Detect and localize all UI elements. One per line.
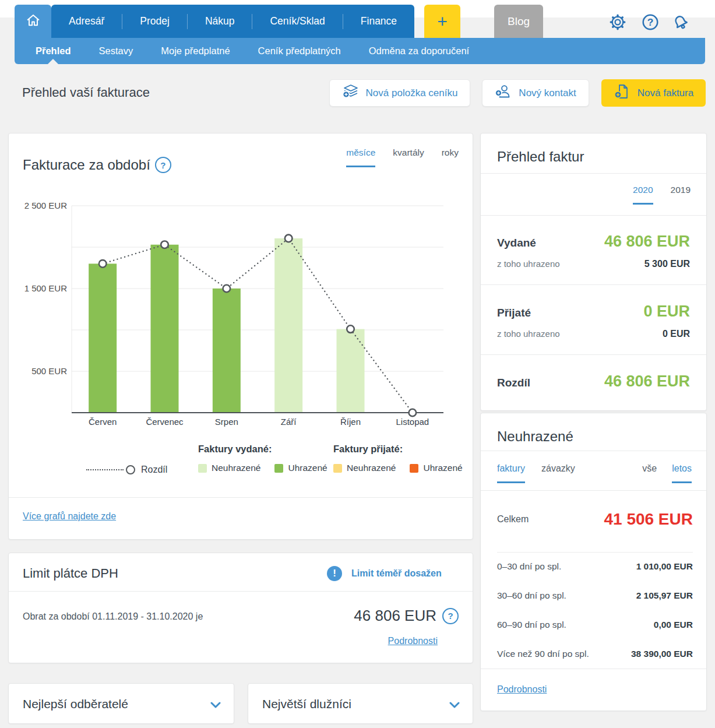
gear-icon[interactable] [608,13,627,31]
unpaid-total-value: 41 506 EUR [604,510,693,529]
unpaid-card-title: Neuhrazené [497,428,573,445]
help-icon[interactable]: ? [641,13,660,31]
svg-text:Červenec: Červenec [146,417,184,427]
line-marker-icon [126,465,135,474]
summary-row: Přijaté0 EUR [497,303,690,321]
new-invoice-label: Nová faktura [637,87,693,99]
chart-tab-m-s-ce[interactable]: měsíce [346,147,375,167]
unpaid-tab-faktury[interactable]: faktury [497,463,525,483]
chart-legend: Rozdíl Faktury vydané: Neuhrazené Uhraze… [9,442,474,495]
summary-value: 0 EUR [643,303,690,321]
active-tab-notch [48,59,58,64]
chevron-down-icon[interactable] [210,701,221,711]
unpaid-tab-z-vazky[interactable]: závazky [541,463,575,483]
chart-title: Fakturace za období ? [23,157,171,173]
nav-item-prodej[interactable]: Prodej [122,5,187,38]
subnav-item-sestavy[interactable]: Sestavy [85,38,147,64]
year-tabs: 20202019 [633,185,691,205]
nav-home-tab[interactable] [15,5,51,38]
new-invoice-button[interactable]: Nová faktura [601,79,706,107]
vat-turnover-text: Obrat za období 01.11.2019 - 31.10.2020 … [23,611,203,622]
aging-row: 60–90 dní po spl.0,00 EUR [497,610,693,639]
invoicing-period-card: Fakturace za období ? měsícekvartályroky… [8,133,473,540]
dotted-line-sample [86,469,124,470]
contact-plus-icon [495,84,512,103]
invoicing-chart: 500 EUR1 500 EUR2 500 EURČervenČervenecS… [9,192,474,432]
subnav-item-cen-k-p-edplatn-ch[interactable]: Ceník předplatných [244,38,355,64]
unpaid-range-tabs: všeletos [642,463,692,483]
unpaid-total-label: Celkem [497,514,529,525]
unpaid-total-row: Celkem 41 506 EUR [497,510,693,529]
summary-label: Přijaté [497,307,531,319]
summary-value: 46 806 EUR [604,233,690,251]
vat-card-title: Limit plátce DPH [23,566,118,581]
invoices-overview-title: Přehled faktur [497,149,584,165]
aging-rows: 0–30 dní po spl.1 010,00 EUR30–60 dní po… [497,552,693,669]
year-tab-2019[interactable]: 2019 [671,185,691,205]
chevron-down-icon[interactable] [449,701,460,711]
svg-text:2 500 EUR: 2 500 EUR [24,201,68,210]
unpaid-range-tab-letos[interactable]: letos [672,463,692,483]
summary-row: Rozdíl46 806 EUR [497,372,690,391]
nav-item-finance[interactable]: Finance [343,5,414,38]
biggest-debtors-panel[interactable]: Největší dlužníci [248,683,473,724]
bell-icon[interactable] [671,13,690,31]
subnav-item-moje-p-edplatn[interactable]: Moje předplatné [147,38,244,64]
svg-text:Září: Září [281,417,297,427]
divider [9,591,473,592]
new-price-item-button[interactable]: Nová položka ceníku [329,79,470,107]
vat-help-icon[interactable]: ? [442,608,459,624]
svg-text:500 EUR: 500 EUR [31,366,67,376]
nav-item-cen-k-sklad[interactable]: Ceník/Sklad [252,5,342,38]
app-window: AdresářProdejNákupCeník/SkladFinance + B… [0,0,715,728]
chart-tab-kvart-ly[interactable]: kvartály [393,147,424,167]
chart-help-icon[interactable]: ? [155,157,171,173]
price-list-plus-icon [342,84,360,103]
divider [9,497,473,498]
swatch-orange [410,464,418,473]
more-charts-link[interactable]: Více grafů najdete zde [23,511,116,522]
nav-item-n-kup[interactable]: Nákup [188,5,252,38]
summary-subrow: z toho uhrazeno5 300 EUR [497,259,690,269]
summary-section-rozd-l: Rozdíl46 806 EUR [481,355,706,406]
unpaid-range-tab-v-e[interactable]: vše [642,463,657,483]
vat-details-link[interactable]: Podrobnosti [388,636,438,646]
svg-text:1 500 EUR: 1 500 EUR [24,283,68,293]
legend-issued-unpaid: Neuhrazené [198,463,260,473]
aging-label: 30–60 dní po spl. [497,590,566,601]
divider [481,490,706,491]
blog-button[interactable]: Blog [494,5,543,38]
page-title: Přehled vaší fakturace [22,85,150,100]
summary-section-p-ijat: Přijaté0 EURz toho uhrazeno0 EUR [481,285,706,355]
best-customers-panel[interactable]: Nejlepší odběratelé [8,683,234,724]
subnav-item-p-ehled[interactable]: Přehled [22,38,85,64]
summary-row: Vydané46 806 EUR [497,233,690,251]
invoices-overview-card: Přehled faktur 20202019 Vydané46 806 EUR… [480,133,707,411]
main-nav: AdresářProdejNákupCeník/SkladFinance [51,5,414,38]
legend-received-unpaid: Neuhrazené [333,463,396,473]
new-contact-label: Nový kontakt [519,87,576,99]
year-tab-2020[interactable]: 2020 [633,185,653,205]
summary-subrow: z toho uhrazeno0 EUR [497,329,690,339]
unpaid-card: Neuhrazené fakturyzávazky všeletos Celke… [480,413,707,711]
home-icon [25,12,41,31]
sub-nav: PřehledSestavyMoje předplatnéCeník předp… [15,38,705,64]
legend-received-paid: Uhrazené [410,463,462,473]
summary-sublabel: z toho uhrazeno [497,259,560,269]
new-price-item-label: Nová položka ceníku [366,87,458,99]
subnav-item-odm-na-za-doporu-en[interactable]: Odměna za doporučení [355,38,483,64]
new-contact-button[interactable]: Nový kontakt [482,79,589,107]
aging-row: 30–60 dní po spl.2 105,97 EUR [497,581,693,610]
aging-value: 0,00 EUR [654,620,693,630]
invoice-plus-icon [614,83,631,103]
divider [481,451,706,451]
swatch-light-green [198,464,207,473]
summary-label: Vydané [497,237,536,249]
add-tab-button[interactable]: + [424,5,460,38]
aging-row: 0–30 dní po spl.1 010,00 EUR [497,552,693,581]
legend-received: Faktury přijaté: Neuhrazené Uhrazené [333,444,463,473]
nav-item-adres[interactable]: Adresář [51,5,122,38]
unpaid-details-link[interactable]: Podrobnosti [497,684,547,695]
panel-title: Největší dlužníci [262,684,351,725]
chart-tab-roky[interactable]: roky [442,147,459,167]
